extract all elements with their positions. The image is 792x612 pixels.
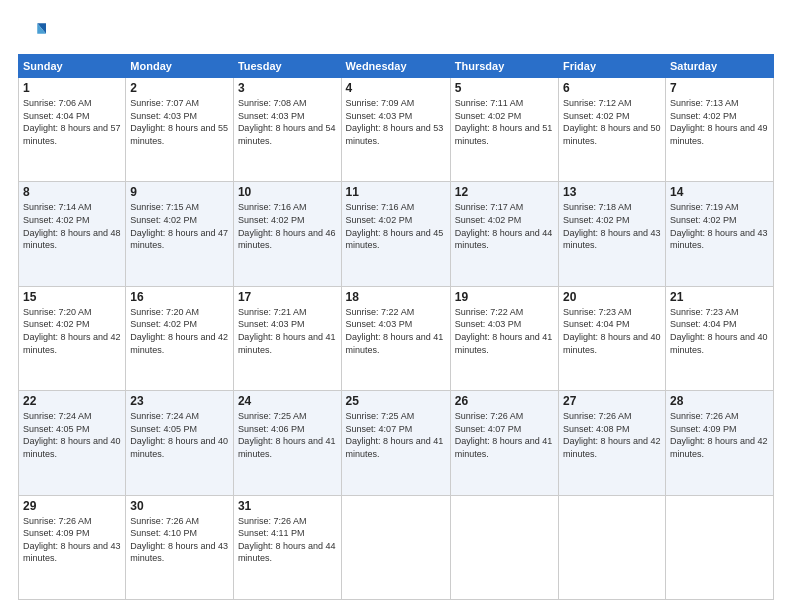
day-info: Sunrise: 7:08 AMSunset: 4:03 PMDaylight:…	[238, 97, 337, 147]
day-info: Sunrise: 7:22 AMSunset: 4:03 PMDaylight:…	[455, 306, 554, 356]
day-cell: 12Sunrise: 7:17 AMSunset: 4:02 PMDayligh…	[450, 182, 558, 286]
day-cell: 4Sunrise: 7:09 AMSunset: 4:03 PMDaylight…	[341, 78, 450, 182]
day-cell: 22Sunrise: 7:24 AMSunset: 4:05 PMDayligh…	[19, 391, 126, 495]
day-info: Sunrise: 7:06 AMSunset: 4:04 PMDaylight:…	[23, 97, 121, 147]
day-info: Sunrise: 7:18 AMSunset: 4:02 PMDaylight:…	[563, 201, 661, 251]
header-thursday: Thursday	[450, 55, 558, 78]
day-cell: 23Sunrise: 7:24 AMSunset: 4:05 PMDayligh…	[126, 391, 234, 495]
day-number: 14	[670, 185, 769, 199]
day-number: 4	[346, 81, 446, 95]
day-info: Sunrise: 7:17 AMSunset: 4:02 PMDaylight:…	[455, 201, 554, 251]
day-cell: 20Sunrise: 7:23 AMSunset: 4:04 PMDayligh…	[559, 286, 666, 390]
day-info: Sunrise: 7:16 AMSunset: 4:02 PMDaylight:…	[238, 201, 337, 251]
day-info: Sunrise: 7:26 AMSunset: 4:11 PMDaylight:…	[238, 515, 337, 565]
day-cell: 16Sunrise: 7:20 AMSunset: 4:02 PMDayligh…	[126, 286, 234, 390]
week-row-3: 15Sunrise: 7:20 AMSunset: 4:02 PMDayligh…	[19, 286, 774, 390]
day-info: Sunrise: 7:23 AMSunset: 4:04 PMDaylight:…	[670, 306, 769, 356]
day-cell: 13Sunrise: 7:18 AMSunset: 4:02 PMDayligh…	[559, 182, 666, 286]
day-info: Sunrise: 7:12 AMSunset: 4:02 PMDaylight:…	[563, 97, 661, 147]
day-cell: 10Sunrise: 7:16 AMSunset: 4:02 PMDayligh…	[233, 182, 341, 286]
day-cell: 7Sunrise: 7:13 AMSunset: 4:02 PMDaylight…	[665, 78, 773, 182]
day-info: Sunrise: 7:26 AMSunset: 4:09 PMDaylight:…	[670, 410, 769, 460]
day-info: Sunrise: 7:25 AMSunset: 4:06 PMDaylight:…	[238, 410, 337, 460]
week-row-1: 1Sunrise: 7:06 AMSunset: 4:04 PMDaylight…	[19, 78, 774, 182]
day-info: Sunrise: 7:11 AMSunset: 4:02 PMDaylight:…	[455, 97, 554, 147]
day-number: 18	[346, 290, 446, 304]
day-cell: 27Sunrise: 7:26 AMSunset: 4:08 PMDayligh…	[559, 391, 666, 495]
day-number: 15	[23, 290, 121, 304]
day-cell: 19Sunrise: 7:22 AMSunset: 4:03 PMDayligh…	[450, 286, 558, 390]
day-cell	[341, 495, 450, 599]
day-cell: 11Sunrise: 7:16 AMSunset: 4:02 PMDayligh…	[341, 182, 450, 286]
day-cell	[559, 495, 666, 599]
day-cell: 25Sunrise: 7:25 AMSunset: 4:07 PMDayligh…	[341, 391, 450, 495]
day-cell: 24Sunrise: 7:25 AMSunset: 4:06 PMDayligh…	[233, 391, 341, 495]
day-cell: 26Sunrise: 7:26 AMSunset: 4:07 PMDayligh…	[450, 391, 558, 495]
day-number: 21	[670, 290, 769, 304]
day-info: Sunrise: 7:25 AMSunset: 4:07 PMDaylight:…	[346, 410, 446, 460]
day-number: 1	[23, 81, 121, 95]
day-info: Sunrise: 7:07 AMSunset: 4:03 PMDaylight:…	[130, 97, 229, 147]
day-info: Sunrise: 7:20 AMSunset: 4:02 PMDaylight:…	[23, 306, 121, 356]
day-info: Sunrise: 7:16 AMSunset: 4:02 PMDaylight:…	[346, 201, 446, 251]
day-info: Sunrise: 7:26 AMSunset: 4:10 PMDaylight:…	[130, 515, 229, 565]
day-cell: 6Sunrise: 7:12 AMSunset: 4:02 PMDaylight…	[559, 78, 666, 182]
day-number: 27	[563, 394, 661, 408]
header-wednesday: Wednesday	[341, 55, 450, 78]
day-info: Sunrise: 7:24 AMSunset: 4:05 PMDaylight:…	[130, 410, 229, 460]
logo	[18, 18, 50, 46]
header-monday: Monday	[126, 55, 234, 78]
day-number: 20	[563, 290, 661, 304]
day-number: 16	[130, 290, 229, 304]
day-cell: 21Sunrise: 7:23 AMSunset: 4:04 PMDayligh…	[665, 286, 773, 390]
day-info: Sunrise: 7:09 AMSunset: 4:03 PMDaylight:…	[346, 97, 446, 147]
day-cell: 29Sunrise: 7:26 AMSunset: 4:09 PMDayligh…	[19, 495, 126, 599]
header-saturday: Saturday	[665, 55, 773, 78]
day-info: Sunrise: 7:26 AMSunset: 4:08 PMDaylight:…	[563, 410, 661, 460]
page: SundayMondayTuesdayWednesdayThursdayFrid…	[0, 0, 792, 612]
day-number: 23	[130, 394, 229, 408]
day-number: 9	[130, 185, 229, 199]
week-row-4: 22Sunrise: 7:24 AMSunset: 4:05 PMDayligh…	[19, 391, 774, 495]
day-number: 5	[455, 81, 554, 95]
day-info: Sunrise: 7:26 AMSunset: 4:07 PMDaylight:…	[455, 410, 554, 460]
day-number: 22	[23, 394, 121, 408]
day-number: 30	[130, 499, 229, 513]
day-info: Sunrise: 7:20 AMSunset: 4:02 PMDaylight:…	[130, 306, 229, 356]
day-number: 8	[23, 185, 121, 199]
day-cell: 14Sunrise: 7:19 AMSunset: 4:02 PMDayligh…	[665, 182, 773, 286]
day-number: 29	[23, 499, 121, 513]
day-number: 10	[238, 185, 337, 199]
day-cell	[665, 495, 773, 599]
day-number: 28	[670, 394, 769, 408]
day-number: 17	[238, 290, 337, 304]
day-cell: 5Sunrise: 7:11 AMSunset: 4:02 PMDaylight…	[450, 78, 558, 182]
logo-icon	[18, 18, 46, 46]
day-cell: 18Sunrise: 7:22 AMSunset: 4:03 PMDayligh…	[341, 286, 450, 390]
day-number: 24	[238, 394, 337, 408]
day-cell: 30Sunrise: 7:26 AMSunset: 4:10 PMDayligh…	[126, 495, 234, 599]
week-row-2: 8Sunrise: 7:14 AMSunset: 4:02 PMDaylight…	[19, 182, 774, 286]
day-number: 7	[670, 81, 769, 95]
day-info: Sunrise: 7:19 AMSunset: 4:02 PMDaylight:…	[670, 201, 769, 251]
calendar: SundayMondayTuesdayWednesdayThursdayFrid…	[18, 54, 774, 600]
day-number: 11	[346, 185, 446, 199]
header-tuesday: Tuesday	[233, 55, 341, 78]
day-cell	[450, 495, 558, 599]
day-number: 19	[455, 290, 554, 304]
day-cell: 31Sunrise: 7:26 AMSunset: 4:11 PMDayligh…	[233, 495, 341, 599]
week-row-5: 29Sunrise: 7:26 AMSunset: 4:09 PMDayligh…	[19, 495, 774, 599]
day-info: Sunrise: 7:15 AMSunset: 4:02 PMDaylight:…	[130, 201, 229, 251]
day-number: 2	[130, 81, 229, 95]
day-cell: 8Sunrise: 7:14 AMSunset: 4:02 PMDaylight…	[19, 182, 126, 286]
calendar-header-row: SundayMondayTuesdayWednesdayThursdayFrid…	[19, 55, 774, 78]
day-info: Sunrise: 7:22 AMSunset: 4:03 PMDaylight:…	[346, 306, 446, 356]
day-cell: 17Sunrise: 7:21 AMSunset: 4:03 PMDayligh…	[233, 286, 341, 390]
day-cell: 15Sunrise: 7:20 AMSunset: 4:02 PMDayligh…	[19, 286, 126, 390]
day-info: Sunrise: 7:14 AMSunset: 4:02 PMDaylight:…	[23, 201, 121, 251]
header	[18, 18, 774, 46]
day-cell: 28Sunrise: 7:26 AMSunset: 4:09 PMDayligh…	[665, 391, 773, 495]
day-cell: 1Sunrise: 7:06 AMSunset: 4:04 PMDaylight…	[19, 78, 126, 182]
header-sunday: Sunday	[19, 55, 126, 78]
day-info: Sunrise: 7:13 AMSunset: 4:02 PMDaylight:…	[670, 97, 769, 147]
